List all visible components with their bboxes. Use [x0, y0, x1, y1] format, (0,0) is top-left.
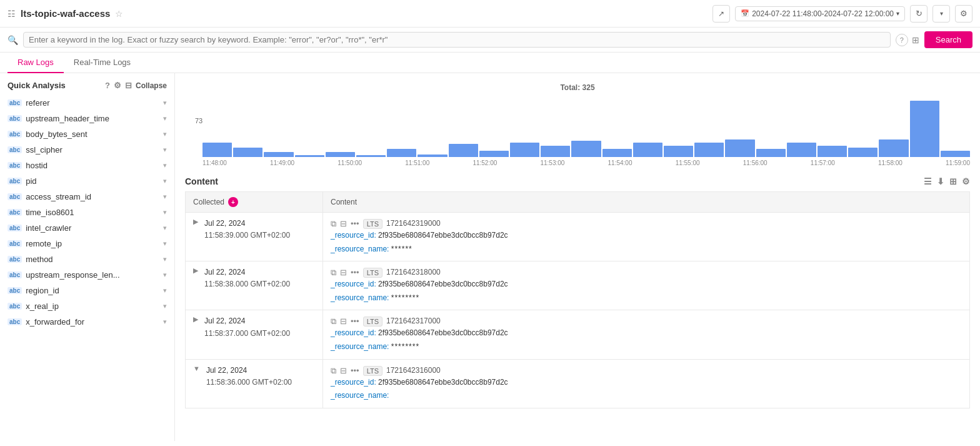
- star-icon[interactable]: ☆: [115, 9, 123, 19]
- collected-cell: ▼ Jul 22, 2024 11:58:36.000 GMT+02:00: [186, 359, 323, 408]
- layout-icon[interactable]: ⊟: [125, 81, 132, 90]
- sidebar-item-x_real_ip[interactable]: abc x_real_ip ▾: [0, 298, 174, 314]
- bookmark-icon[interactable]: ⊟: [340, 317, 347, 326]
- chart-x-label: 11:59:00: [946, 160, 970, 166]
- search-input-wrap: [23, 32, 891, 48]
- resource-name-key: _resource_name:: [331, 391, 389, 400]
- log-date: Jul 22, 2024: [206, 365, 292, 377]
- sidebar-item-intel_crawler[interactable]: abc intel_crawler ▾: [0, 220, 174, 236]
- sidebar-item-access_stream_id[interactable]: abc access_stream_id ▾: [0, 189, 174, 205]
- chevron-down-icon: ▾: [163, 114, 167, 123]
- content-cell: ⧉ ⊟ ••• LTS 1721642319000 _resource_id: …: [323, 213, 970, 261]
- bar-fill: [910, 101, 939, 157]
- sidebar-item-region_id[interactable]: abc region_id ▾: [0, 283, 174, 298]
- copy-icon[interactable]: ⧉: [331, 268, 336, 278]
- more-icon[interactable]: •••: [351, 219, 359, 228]
- expand-button[interactable]: ▶: [193, 218, 198, 226]
- bookmark-icon[interactable]: ⊟: [340, 268, 347, 277]
- chart-x-label: 11:54:00: [608, 160, 632, 166]
- tab-realtime-logs[interactable]: Real-Time Logs: [64, 53, 141, 73]
- sidebar-item-pid[interactable]: abc pid ▾: [0, 173, 174, 189]
- table-settings-icon[interactable]: ⚙: [962, 176, 970, 186]
- help-icon[interactable]: ?: [896, 34, 908, 46]
- chart-bar: [633, 143, 662, 157]
- chart-bar: [449, 144, 478, 157]
- chevron-down-icon: ▾: [163, 271, 167, 279]
- bar-fill: [541, 146, 570, 157]
- log-actions: ⧉ ⊟ ••• LTS 1721642318000: [331, 266, 962, 278]
- log-timestamp: Jul 22, 2024 11:58:37.000 GMT+02:00: [204, 315, 290, 339]
- field-name-label: upstream_response_len...: [26, 270, 159, 280]
- field-type-badge: abc: [8, 225, 22, 231]
- field-type-badge: abc: [8, 256, 22, 263]
- content-header-icons: ☰ ⬇ ⊞ ⚙: [924, 176, 970, 186]
- field-name-label: upstream_header_time: [26, 114, 159, 123]
- search-input[interactable]: [29, 35, 885, 44]
- field-type-badge: abc: [8, 178, 22, 185]
- field-name-label: ssl_cipher: [26, 145, 159, 155]
- sidebar-item-x_forwarded_for[interactable]: abc x_forwarded_for ▾: [0, 314, 174, 330]
- expand-button[interactable]: ▶: [193, 315, 198, 323]
- chart-bar: [479, 151, 509, 157]
- more-icon[interactable]: •••: [351, 366, 359, 375]
- code-icon[interactable]: ⊞: [912, 35, 919, 45]
- tab-raw-logs[interactable]: Raw Logs: [8, 53, 64, 73]
- bookmark-icon[interactable]: ⊟: [340, 366, 347, 375]
- sidebar-item-upstream_header_time[interactable]: abc upstream_header_time ▾: [0, 111, 174, 126]
- bar-fill: [295, 155, 324, 157]
- bar-fill: [725, 139, 754, 157]
- sidebar-item-referer[interactable]: abc referer ▾: [0, 95, 174, 111]
- more-options-button[interactable]: ▾: [932, 5, 950, 23]
- chevron-down-icon: ▾: [163, 318, 167, 326]
- table-row: ▶ Jul 22, 2024 11:58:37.000 GMT+02:00 ⧉ …: [186, 310, 970, 359]
- more-icon[interactable]: •••: [351, 317, 359, 326]
- content-column-header: Content: [323, 192, 970, 213]
- list-view-icon[interactable]: ☰: [924, 176, 932, 186]
- time-range-label: 2024-07-22 11:48:00-2024-07-22 12:00:00: [752, 9, 894, 18]
- bookmark-icon[interactable]: ⊟: [340, 219, 347, 228]
- field-name-label: intel_crawler: [26, 223, 159, 233]
- sidebar-item-ssl_cipher[interactable]: abc ssl_cipher ▾: [0, 142, 174, 158]
- expand-button[interactable]: ▼: [193, 365, 200, 372]
- field-name-label: method: [26, 255, 159, 264]
- collected-badge[interactable]: +: [228, 197, 238, 207]
- download-icon[interactable]: ⬇: [937, 176, 944, 186]
- resource-id-key: _resource_id:: [331, 378, 376, 387]
- external-link-button[interactable]: ↗: [712, 5, 730, 23]
- collapse-button[interactable]: Collapse: [136, 81, 167, 90]
- sidebar-item-remote_ip[interactable]: abc remote_ip ▾: [0, 236, 174, 251]
- main-layout: Quick Analysis ? ⚙ ⊟ Collapse abc refere…: [0, 73, 980, 441]
- refresh-button[interactable]: ↻: [910, 5, 928, 23]
- log-fields: _resource_id: 2f935be6808647ebbe3dc0bcc8…: [331, 376, 962, 403]
- field-name-label: x_forwarded_for: [26, 317, 159, 327]
- help-icon[interactable]: ?: [105, 81, 110, 90]
- expand-button[interactable]: ▶: [193, 266, 198, 275]
- bar-fill: [449, 144, 478, 157]
- tabs: Raw Logs Real-Time Logs: [0, 53, 980, 73]
- calendar-icon: 📅: [741, 9, 749, 18]
- sidebar-item-body_bytes_sent[interactable]: abc body_bytes_sent ▾: [0, 126, 174, 142]
- copy-icon[interactable]: ⧉: [331, 366, 336, 376]
- chart-x-label: 11:56:00: [743, 160, 768, 166]
- sidebar-item-time_iso8601[interactable]: abc time_iso8601 ▾: [0, 205, 174, 220]
- resource-id-val: 2f935be6808647ebbe3dc0bcc8b97d2c: [378, 378, 508, 387]
- copy-icon[interactable]: ⧉: [331, 219, 336, 229]
- columns-icon[interactable]: ⊞: [949, 176, 957, 186]
- chevron-down-icon: ▾: [163, 224, 167, 232]
- sidebar-item-hostid[interactable]: abc hostid ▾: [0, 158, 174, 173]
- chart-x-label: 11:55:00: [676, 160, 700, 166]
- sidebar-item-method[interactable]: abc method ▾: [0, 251, 174, 267]
- chevron-down-icon: ▾: [163, 146, 167, 154]
- settings-button[interactable]: ⚙: [955, 5, 972, 23]
- log-time-value: 11:58:39.000 GMT+02:00: [204, 230, 290, 241]
- more-icon[interactable]: •••: [351, 268, 359, 277]
- sidebar-item-upstream_response_len...[interactable]: abc upstream_response_len... ▾: [0, 267, 174, 283]
- time-range-selector[interactable]: 📅 2024-07-22 11:48:00-2024-07-22 12:00:0…: [735, 6, 905, 21]
- bar-fill: [879, 139, 908, 157]
- settings-icon[interactable]: ⚙: [114, 81, 121, 90]
- field-type-badge: abc: [8, 209, 22, 216]
- topbar-left: ☷ lts-topic-waf-access ☆: [8, 8, 123, 19]
- copy-icon[interactable]: ⧉: [331, 317, 336, 327]
- search-button[interactable]: Search: [924, 31, 972, 48]
- bar-fill: [818, 146, 847, 157]
